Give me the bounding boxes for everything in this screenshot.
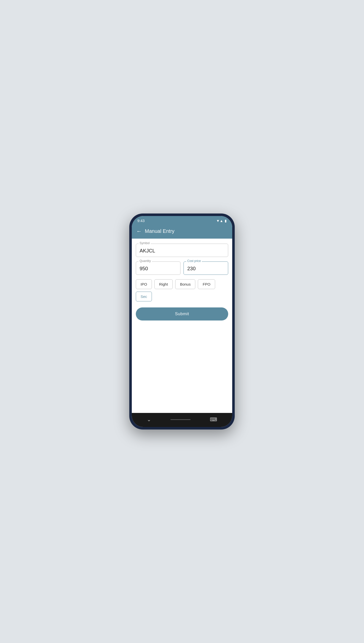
symbol-input[interactable] xyxy=(136,244,228,257)
quantity-input[interactable] xyxy=(136,262,180,275)
bottom-nav-bar: ⌄ ⌨ xyxy=(132,413,232,427)
cost-price-input[interactable] xyxy=(184,262,228,275)
cost-price-input-group: Cost price xyxy=(184,261,228,275)
symbol-input-group: Symbol xyxy=(136,244,228,257)
submit-button[interactable]: Submit xyxy=(136,307,228,320)
nav-keyboard-icon[interactable]: ⌨ xyxy=(210,416,217,422)
nav-back-icon[interactable]: ⌄ xyxy=(147,416,151,422)
type-btn-fpo[interactable]: FPO xyxy=(198,279,215,289)
type-btn-sec[interactable]: Sec xyxy=(136,292,152,301)
page-title: Manual Entry xyxy=(145,228,174,234)
home-indicator xyxy=(170,419,191,420)
content-area: Symbol Quantity Cost price IPO Right Bon… xyxy=(132,239,232,413)
back-button[interactable]: ← xyxy=(136,229,142,234)
quantity-label: Quantity xyxy=(139,259,152,263)
battery-icon: ▮ xyxy=(225,219,227,223)
quantity-input-group: Quantity xyxy=(136,261,180,275)
symbol-label: Symbol xyxy=(139,241,151,245)
wifi-icon: ▼▲ xyxy=(216,219,223,223)
phone-frame: 9:43 ▼▲ ▮ ← Manual Entry Symbol Quantity xyxy=(129,213,235,430)
status-bar: 9:43 ▼▲ ▮ xyxy=(132,216,232,225)
type-btn-right[interactable]: Right xyxy=(154,279,173,289)
status-icons: ▼▲ ▮ xyxy=(216,219,227,223)
type-btn-ipo[interactable]: IPO xyxy=(136,279,152,289)
status-time: 9:43 xyxy=(137,219,145,223)
header: ← Manual Entry xyxy=(132,225,232,239)
quantity-costprice-row: Quantity Cost price xyxy=(136,261,228,275)
type-buttons-group: IPO Right Bonus FPO Sec xyxy=(136,279,228,301)
type-btn-bonus[interactable]: Bonus xyxy=(175,279,196,289)
phone-screen: 9:43 ▼▲ ▮ ← Manual Entry Symbol Quantity xyxy=(132,216,232,427)
cost-price-label: Cost price xyxy=(186,259,202,263)
